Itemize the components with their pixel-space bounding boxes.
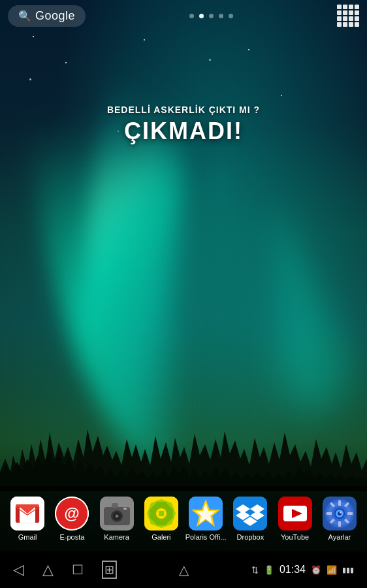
app-item-polaris[interactable]: Polaris Offi... (184, 497, 228, 541)
app-item-youtube[interactable]: YouTube (273, 497, 317, 541)
grid-dot (337, 5, 342, 9)
alarm-icon: ⏰ (311, 565, 321, 575)
star (65, 62, 67, 63)
app-label-eposta: E-posta (50, 533, 94, 541)
page-dot-3 (209, 14, 214, 18)
time-display: 01:34 (279, 564, 306, 576)
status-bar: ⇅ 🔋 01:34 ⏰ 📶 ▮▮▮ (251, 564, 354, 576)
app-icon-galeri (144, 497, 178, 531)
grid-dot (349, 16, 353, 21)
grid-dot (355, 5, 359, 9)
page-dot-2 (199, 14, 204, 18)
grid-dot (337, 22, 342, 27)
usb-icon: ⇅ (251, 565, 259, 575)
treeline-silhouette (0, 419, 367, 491)
app-item-galeri[interactable]: Galeri (139, 497, 184, 541)
grid-dot (349, 5, 353, 9)
svg-point-12 (116, 515, 118, 517)
google-search-bar[interactable]: 🔍 Google (8, 5, 86, 27)
grid-dot (355, 22, 359, 27)
subtitle-text: BEDELLİ ASKERLİK ÇIKTI MI ? (0, 105, 367, 115)
star (209, 59, 211, 61)
star (144, 39, 145, 41)
app-item-dropbox[interactable]: Dropbox (228, 497, 272, 541)
home-button[interactable]: △ (42, 561, 54, 578)
back-button[interactable]: ◁ (13, 561, 24, 578)
app-item-gmail[interactable]: Gmail (5, 497, 50, 541)
recent-apps-button[interactable]: ☐ (72, 562, 84, 578)
svg-text:@: @ (65, 504, 80, 522)
app-label-dropbox: Dropbox (228, 533, 272, 541)
svg-rect-11 (123, 508, 127, 510)
signal-icon: ▮▮▮ (342, 566, 354, 574)
grid-dot (337, 16, 342, 21)
navigation-bar: ◁ △ ☐ ⊞ △ ⇅ 🔋 01:34 ⏰ 📶 ▮▮▮ (0, 551, 367, 588)
grid-dot (343, 22, 347, 27)
app-label-galeri: Galeri (139, 533, 184, 541)
app-label-polaris: Polaris Offi... (184, 533, 228, 541)
wifi-icon: 📶 (327, 565, 337, 575)
app-icon-ayarlar (323, 497, 357, 531)
grid-dot (343, 16, 347, 21)
app-icon-youtube (278, 497, 312, 531)
app-label-gmail: Gmail (5, 533, 50, 541)
app-label-youtube: YouTube (273, 533, 317, 541)
app-icon-gmail (10, 497, 44, 531)
app-label-kamera: Kamera (95, 533, 139, 541)
star (29, 78, 31, 80)
grid-dot (343, 10, 347, 15)
google-label: Google (35, 9, 75, 23)
nav-left-controls: ◁ △ ☐ ⊞ (13, 561, 117, 579)
svg-point-34 (340, 512, 341, 513)
page-dot-1 (189, 14, 194, 18)
app-icon-polaris (189, 497, 223, 531)
star (281, 95, 282, 96)
grid-dot (349, 10, 353, 15)
app-item-kamera[interactable]: Kamera (95, 497, 139, 541)
up-button[interactable]: △ (179, 562, 189, 578)
page-dot-5 (229, 14, 233, 18)
app-icon-eposta: @ (55, 497, 89, 531)
app-item-eposta[interactable]: @ E-posta (50, 497, 94, 541)
page-indicator (189, 14, 233, 18)
page-dot-4 (219, 14, 223, 18)
app-dock: Gmail @ E-posta Kamera (0, 486, 367, 551)
main-text: ÇIKMADI! (0, 118, 367, 145)
apps-grid-button[interactable] (337, 5, 359, 27)
center-text-widget: BEDELLİ ASKERLİK ÇIKTI MI ? ÇIKMADI! (0, 105, 367, 145)
grid-dot (337, 10, 342, 15)
grid-dot (355, 16, 359, 21)
grid-dot (343, 5, 347, 9)
star (248, 49, 249, 50)
app-icon-kamera (100, 497, 134, 531)
app-icon-dropbox (233, 497, 267, 531)
app-item-ayarlar[interactable]: Ayarlar (317, 497, 362, 541)
top-bar: 🔍 Google (0, 0, 367, 31)
grid-dot (349, 22, 353, 27)
search-icon: 🔍 (18, 10, 31, 22)
svg-rect-10 (112, 503, 118, 508)
qr-button[interactable]: ⊞ (102, 561, 117, 579)
grid-dot (355, 10, 359, 15)
star (33, 36, 34, 37)
battery-icon: 🔋 (264, 565, 274, 575)
app-label-ayarlar: Ayarlar (317, 533, 362, 541)
